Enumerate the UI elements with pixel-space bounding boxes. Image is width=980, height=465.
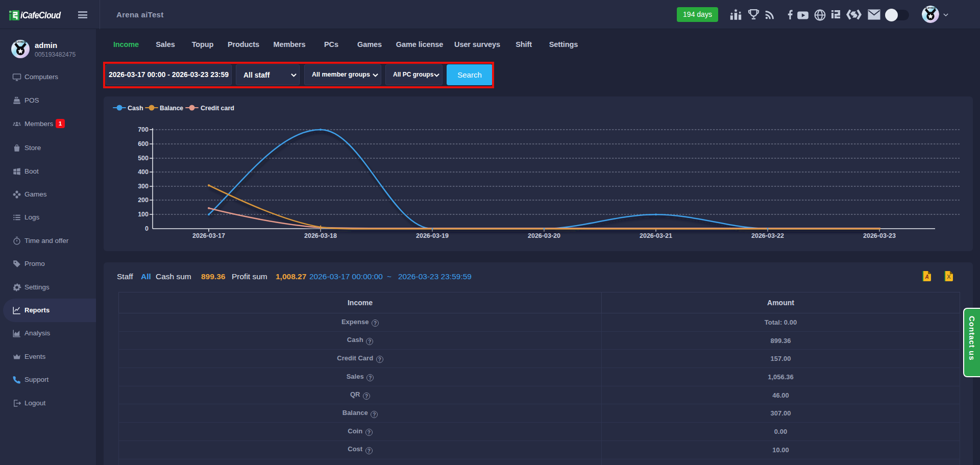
- svg-text:2026-03-19: 2026-03-19: [416, 232, 449, 239]
- svg-text:400: 400: [138, 168, 149, 176]
- svg-text:2026-03-23: 2026-03-23: [863, 232, 896, 239]
- svg-text:PLATINUM: PLATINUM: [15, 41, 27, 43]
- svg-text:2026-03-21: 2026-03-21: [640, 232, 672, 239]
- svg-text:2026-03-20: 2026-03-20: [528, 232, 560, 239]
- svg-text:X: X: [947, 274, 951, 280]
- svg-text:2026-03-17: 2026-03-17: [192, 232, 225, 239]
- svg-text:700: 700: [138, 126, 149, 133]
- svg-text:Balance: Balance: [160, 105, 183, 112]
- svg-text:200: 200: [138, 197, 149, 204]
- svg-text:2026-03-18: 2026-03-18: [304, 232, 337, 239]
- svg-text:Cash: Cash: [128, 105, 143, 112]
- svg-text:0: 0: [145, 225, 149, 232]
- svg-text:Credit card: Credit card: [201, 105, 234, 112]
- svg-text:600: 600: [138, 140, 149, 148]
- svg-text:2026-03-22: 2026-03-22: [751, 232, 784, 239]
- svg-text:100: 100: [138, 211, 149, 218]
- svg-text:500: 500: [138, 155, 149, 162]
- svg-text:PLATINUM: PLATINUM: [925, 7, 936, 9]
- svg-text:A: A: [924, 274, 928, 280]
- svg-text:300: 300: [138, 183, 149, 190]
